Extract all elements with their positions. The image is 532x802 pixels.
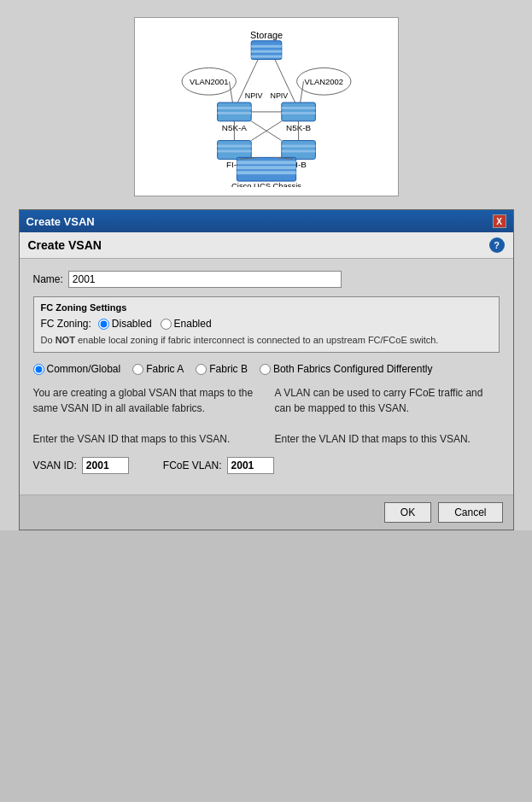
vsan-id-input[interactable] [82, 457, 129, 474]
id-row: VSAN ID: FCoE VLAN: [33, 457, 500, 474]
disabled-radio[interactable] [98, 319, 109, 330]
warning-rest: enable local zoning if fabric interconne… [75, 335, 439, 345]
vsan-id-field: VSAN ID: [33, 457, 129, 474]
fc-zoning-box: FC Zoning Settings FC Zoning: Disabled E… [33, 296, 500, 353]
diagram-area: Storage VLAN2001 VLAN2002 NPIV NPIV N5K-… [0, 0, 532, 209]
name-input[interactable] [68, 271, 342, 288]
fc-zoning-row: FC Zoning: Disabled Enabled [41, 318, 492, 330]
svg-rect-8 [217, 112, 251, 114]
dialog-header-title: Create VSAN [28, 238, 102, 252]
fabric-b-option[interactable]: Fabric B [196, 363, 248, 375]
common-global-option[interactable]: Common/Global [33, 363, 121, 375]
warning-bold: NOT [56, 335, 75, 345]
npiv-left-label: NPIV [244, 91, 262, 100]
info-col-right: A VLAN can be used to carry FCoE traffic… [275, 385, 500, 447]
enabled-radio[interactable] [161, 319, 172, 330]
svg-rect-19 [237, 161, 295, 164]
fc-zoning-label: FC Zoning: [41, 318, 91, 330]
vlan2002-label: VLAN2002 [304, 77, 342, 86]
dialog-header: Create VSAN ? [20, 232, 513, 259]
both-fabrics-label: Both Fabrics Configured Differently [273, 363, 433, 375]
dialog-body: Name: FC Zoning Settings FC Zoning: Disa… [20, 259, 513, 495]
svg-rect-10 [281, 107, 315, 109]
svg-rect-2 [251, 50, 282, 53]
svg-rect-11 [281, 112, 315, 114]
svg-rect-16 [281, 145, 315, 148]
common-global-radio[interactable] [33, 364, 44, 375]
fabric-b-radio[interactable] [196, 364, 207, 375]
dialog-titlebar: Create VSAN X [20, 210, 513, 232]
dialog-footer: OK Cancel [20, 495, 513, 530]
svg-rect-7 [217, 107, 251, 109]
close-button[interactable]: X [493, 214, 506, 228]
fabric-selection-row: Common/Global Fabric A Fabric B Both Fab… [33, 363, 500, 375]
both-fabrics-radio[interactable] [260, 364, 271, 375]
info-right-2: Enter the VLAN ID that maps to this VSAN… [275, 431, 500, 447]
cancel-button[interactable]: Cancel [438, 502, 502, 523]
network-diagram-svg: Storage VLAN2001 VLAN2002 NPIV NPIV N5K-… [147, 26, 386, 187]
fabric-a-option[interactable]: Fabric A [132, 363, 184, 375]
svg-rect-17 [281, 149, 315, 152]
enabled-label: Enabled [174, 318, 212, 330]
svg-rect-3 [251, 56, 282, 58]
svg-rect-13 [217, 145, 251, 148]
fc-zoning-legend: FC Zoning Settings [41, 302, 492, 313]
fabric-a-radio[interactable] [132, 364, 143, 375]
chassis-label: Cisco UCS Chassis [231, 181, 301, 187]
ok-button[interactable]: OK [384, 502, 431, 523]
vsan-id-label: VSAN ID: [33, 460, 77, 471]
info-columns: You are creating a global VSAN that maps… [33, 385, 500, 447]
svg-rect-1 [251, 45, 282, 48]
info-left-1: You are creating a global VSAN that maps… [33, 385, 258, 416]
network-diagram: Storage VLAN2001 VLAN2002 NPIV NPIV N5K-… [134, 17, 399, 196]
fabric-b-label: Fabric B [209, 363, 248, 375]
help-button[interactable]: ? [489, 237, 505, 253]
common-global-label: Common/Global [47, 363, 121, 375]
info-right-1: A VLAN can be used to carry FCoE traffic… [275, 385, 500, 416]
fabric-a-label: Fabric A [146, 363, 184, 375]
svg-rect-20 [237, 166, 295, 169]
name-label: Name: [33, 273, 63, 285]
svg-rect-14 [217, 149, 251, 152]
vlan2001-label: VLAN2001 [190, 77, 228, 86]
fcoe-vlan-label: FCoE VLAN: [163, 460, 222, 471]
disabled-radio-option[interactable]: Disabled [98, 318, 152, 330]
svg-rect-21 [237, 171, 295, 174]
info-col-left: You are creating a global VSAN that maps… [33, 385, 258, 447]
fc-zoning-radio-group: Disabled Enabled [98, 318, 212, 330]
fcoe-vlan-input[interactable] [227, 457, 274, 474]
disabled-label: Disabled [112, 318, 152, 330]
warning-text: Do NOT enable local zoning if fabric int… [41, 334, 492, 347]
both-fabrics-option[interactable]: Both Fabrics Configured Differently [260, 363, 433, 375]
name-row: Name: [33, 271, 500, 288]
create-vsan-dialog: Create VSAN X Create VSAN ? Name: FC Zon… [19, 209, 514, 530]
dialog-title: Create VSAN [26, 215, 95, 228]
enabled-radio-option[interactable]: Enabled [161, 318, 212, 330]
storage-label: Storage [249, 30, 282, 40]
bottom-area [0, 530, 532, 802]
fcoe-vlan-field: FCoE VLAN: [163, 457, 274, 474]
info-left-2: Enter the VSAN ID that maps to this VSAN… [33, 431, 258, 447]
npiv-right-label: NPIV [270, 91, 288, 100]
